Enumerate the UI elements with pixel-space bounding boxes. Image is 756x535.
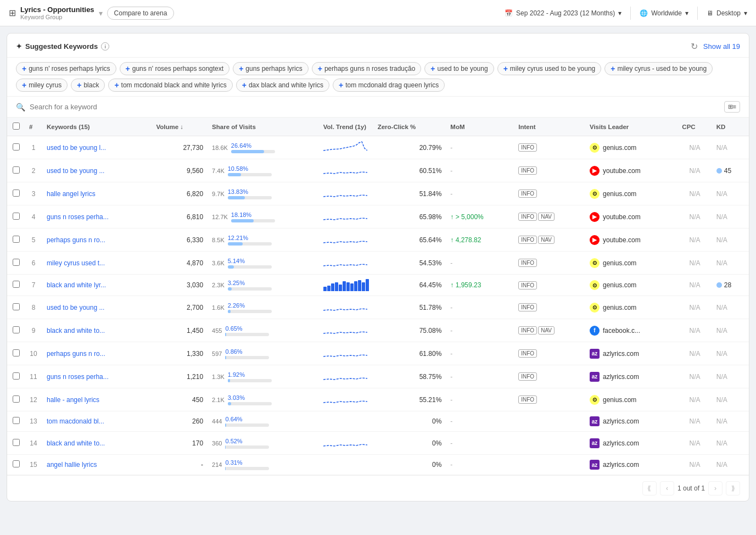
keyword-tag[interactable]: +guns perhaps lyrics xyxy=(233,62,309,75)
row-trend xyxy=(319,159,373,182)
row-checkbox[interactable] xyxy=(13,259,20,266)
keyword-tag[interactable]: +tom mcdonald black and white lyrics xyxy=(108,79,232,92)
keyword-link[interactable]: used to be young l... xyxy=(47,144,106,152)
keyword-tag[interactable]: +black xyxy=(71,79,105,92)
row-checkbox[interactable] xyxy=(13,395,20,403)
page-subtitle: Keyword Group xyxy=(20,14,94,20)
site-logo: az xyxy=(590,372,600,382)
share-bar-wrap: 0.64% xyxy=(225,416,269,427)
keyword-link[interactable]: angel hallie lyrics xyxy=(47,461,97,469)
intent-badge: INFO xyxy=(518,303,537,311)
keyword-tag[interactable]: +tom mcdonald drag queen lyrics xyxy=(333,79,445,92)
geo-button[interactable]: 🌐 Worldwide ▾ xyxy=(640,9,688,17)
row-checkbox[interactable] xyxy=(13,326,20,333)
row-checkbox[interactable] xyxy=(13,349,20,356)
device-button[interactable]: 🖥 Desktop ▾ xyxy=(707,9,747,17)
compare-arena-button[interactable]: Compare to arena xyxy=(107,7,175,20)
share-pct: 0.64% xyxy=(225,416,269,422)
keyword-link[interactable]: guns n roses perha... xyxy=(47,373,109,381)
keyword-link[interactable]: perhaps guns n ro... xyxy=(47,236,105,244)
prev-page-button[interactable]: ‹ xyxy=(660,481,674,495)
row-trend xyxy=(319,296,373,319)
row-checkbox[interactable] xyxy=(13,166,20,174)
trend-bar xyxy=(366,279,369,291)
share-bar-container xyxy=(225,356,269,359)
refresh-icon[interactable]: ↻ xyxy=(691,41,698,52)
visits-leader-cell: az azlyrics.com xyxy=(590,460,673,470)
date-chevron-icon: ▾ xyxy=(618,9,621,17)
keyword-tag[interactable]: +miley cyrus - used to be young xyxy=(604,62,713,75)
intent-badge: NAV xyxy=(538,213,555,221)
next-page-button[interactable]: › xyxy=(708,481,723,495)
keyword-tag[interactable]: +used to be young xyxy=(424,62,494,75)
keyword-link[interactable]: used to be young ... xyxy=(47,304,104,311)
site-logo: az xyxy=(590,349,600,359)
keyword-link[interactable]: perhaps guns n ro... xyxy=(47,350,105,358)
row-checkbox[interactable] xyxy=(13,460,20,467)
table-row: 9black and white to...1,450 455 0.65% 75… xyxy=(7,319,749,342)
share-bar-fill xyxy=(228,402,231,405)
search-input[interactable] xyxy=(30,103,720,111)
mom-value: ↑ > 5,000% xyxy=(450,213,483,221)
trend-bar xyxy=(343,281,346,291)
date-range-button[interactable]: 📅 Sep 2022 - Aug 2023 (12 Months) ▾ xyxy=(505,9,621,17)
row-checkbox[interactable] xyxy=(13,281,20,288)
desktop-icon: 🖥 xyxy=(707,9,713,17)
share-bar-fill xyxy=(228,379,230,382)
row-share: 214 0.31% xyxy=(208,455,319,475)
row-cpc: N/A xyxy=(677,319,712,342)
show-all-link[interactable]: Show all 19 xyxy=(703,42,740,51)
site-name: genius.com xyxy=(603,144,636,152)
row-checkbox[interactable] xyxy=(13,303,20,310)
row-checkbox[interactable] xyxy=(13,143,20,151)
site-name: genius.com xyxy=(603,190,636,198)
keyword-tag[interactable]: +guns n' roses perhaps lyrics xyxy=(16,62,116,75)
keyword-tag[interactable]: +perhaps guns n roses tradução xyxy=(312,62,422,75)
row-intent: INFO xyxy=(514,388,585,411)
keyword-tag[interactable]: +miley cyrus xyxy=(16,79,68,92)
keyword-link[interactable]: halle - angel lyrics xyxy=(47,396,99,404)
select-all-checkbox[interactable] xyxy=(13,122,20,130)
row-zero-click: 75.08% xyxy=(373,319,446,342)
mom-value: ↑ 1,959.23 xyxy=(450,281,481,289)
keyword-tag[interactable]: +guns n' roses perhaps songtext xyxy=(120,62,230,75)
trend-bars xyxy=(323,279,369,291)
keyword-tag[interactable]: +miley cyrus used to be young xyxy=(497,62,602,75)
keyword-link[interactable]: used to be young ... xyxy=(47,167,104,175)
keyword-link[interactable]: guns n roses perha... xyxy=(47,213,109,221)
row-checkbox[interactable] xyxy=(13,439,20,446)
row-cpc: N/A xyxy=(677,229,712,252)
share-bar-fill xyxy=(228,242,243,246)
share-bar-wrap: 0.52% xyxy=(225,438,269,449)
row-checkbox[interactable] xyxy=(13,372,20,380)
row-mom: - xyxy=(446,296,514,319)
row-visits-leader: ⊙ genius.com xyxy=(585,388,677,411)
col-intent: Intent xyxy=(514,118,585,136)
keyword-link[interactable]: miley cyrus used t... xyxy=(47,259,105,267)
keyword-link[interactable]: black and white to... xyxy=(47,439,105,447)
trend-bar xyxy=(339,285,342,291)
keyword-link[interactable]: black and white lyr... xyxy=(47,281,106,289)
keyword-link[interactable]: black and white to... xyxy=(47,327,105,335)
keyword-tag[interactable]: +dax black and white lyrics xyxy=(236,79,329,92)
row-checkbox[interactable] xyxy=(13,190,20,197)
share-cell: 214 0.31% xyxy=(212,459,315,470)
last-page-button[interactable]: ⟫ xyxy=(726,481,740,495)
row-checkbox[interactable] xyxy=(13,417,20,424)
share-pct: 13.83% xyxy=(228,188,272,195)
row-num: 3 xyxy=(25,182,42,205)
col-volume: Volume ↓ xyxy=(152,118,208,136)
export-button[interactable]: ⊞≡ xyxy=(724,101,740,113)
row-checkbox[interactable] xyxy=(13,236,20,243)
keyword-link[interactable]: halle angel lyrics xyxy=(47,190,96,198)
title-chevron-icon[interactable]: ▾ xyxy=(99,9,103,18)
trend-bar xyxy=(362,282,365,291)
share-bar-fill xyxy=(231,150,264,153)
tag-plus-icon: + xyxy=(318,64,322,73)
site-logo: ▶ xyxy=(590,212,600,222)
info-icon[interactable]: i xyxy=(101,42,109,51)
keyword-link[interactable]: tom macdonald bl... xyxy=(47,417,104,425)
row-checkbox[interactable] xyxy=(13,213,20,220)
keywords-table-wrap: # Keywords (15) Volume ↓ Share of Visits… xyxy=(7,118,749,475)
first-page-button[interactable]: ⟪ xyxy=(642,481,657,495)
